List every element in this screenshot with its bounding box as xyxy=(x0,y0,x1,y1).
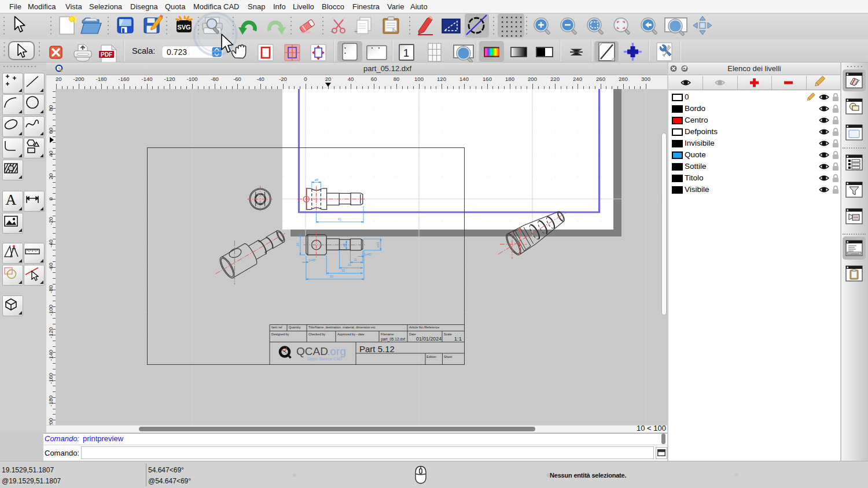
svg-text:32: 32 xyxy=(341,269,345,272)
svg-text:Part 5.12: Part 5.12 xyxy=(359,344,395,354)
svg-text:Checked by: Checked by xyxy=(308,332,325,336)
svg-text:ø8: ø8 xyxy=(315,178,318,182)
svg-text:ø10: ø10 xyxy=(377,242,380,247)
svg-text:1x45°: 1x45° xyxy=(308,258,317,262)
svg-text:Filename: Filename xyxy=(381,332,394,336)
svg-text:Article No./Reference: Article No./Reference xyxy=(409,326,439,329)
svg-text:Item ref: Item ref xyxy=(271,326,282,329)
svg-text:10: 10 xyxy=(296,243,300,246)
svg-text:Title/Name, destination, mater: Title/Name, destination, material, dimen… xyxy=(308,326,376,329)
svg-text:Date: Date xyxy=(409,332,416,336)
svg-text:QCAD: QCAD xyxy=(296,345,328,357)
svg-text:Approved by - date: Approved by - date xyxy=(337,332,364,336)
svg-text:part_05.12.dxf: part_05.12.dxf xyxy=(381,337,405,342)
svg-text:1x45°: 1x45° xyxy=(364,253,372,256)
svg-text:1:1: 1:1 xyxy=(454,335,462,342)
svg-text:0.723: 0.723 xyxy=(167,47,187,57)
svg-text:PDF: PDF xyxy=(101,51,112,58)
svg-text:+: + xyxy=(354,28,358,35)
svg-text:Sheet: Sheet xyxy=(444,355,453,358)
svg-text:Edition: Edition xyxy=(426,355,436,358)
svg-text:11: 11 xyxy=(354,258,357,261)
svg-text:Open Source CAD: Open Source CAD xyxy=(307,356,342,361)
svg-text:> command: > command xyxy=(848,253,859,255)
svg-text:+: + xyxy=(330,28,334,35)
svg-text:Scala:: Scala: xyxy=(132,46,155,56)
svg-text:ø8: ø8 xyxy=(343,243,346,247)
svg-text:Scale: Scale xyxy=(444,332,452,336)
svg-text:1: 1 xyxy=(403,47,410,59)
svg-text:21: 21 xyxy=(348,263,351,267)
svg-text:SVG: SVG xyxy=(177,24,190,31)
svg-text:61: 61 xyxy=(338,217,341,221)
svg-text:Designed by: Designed by xyxy=(271,332,289,336)
svg-text:01/01/2024: 01/01/2024 xyxy=(416,336,442,342)
svg-text:50: 50 xyxy=(330,275,333,278)
svg-text:A: A xyxy=(6,191,17,208)
svg-text:.org: .org xyxy=(327,345,346,357)
svg-text:Quantity: Quantity xyxy=(289,326,301,329)
